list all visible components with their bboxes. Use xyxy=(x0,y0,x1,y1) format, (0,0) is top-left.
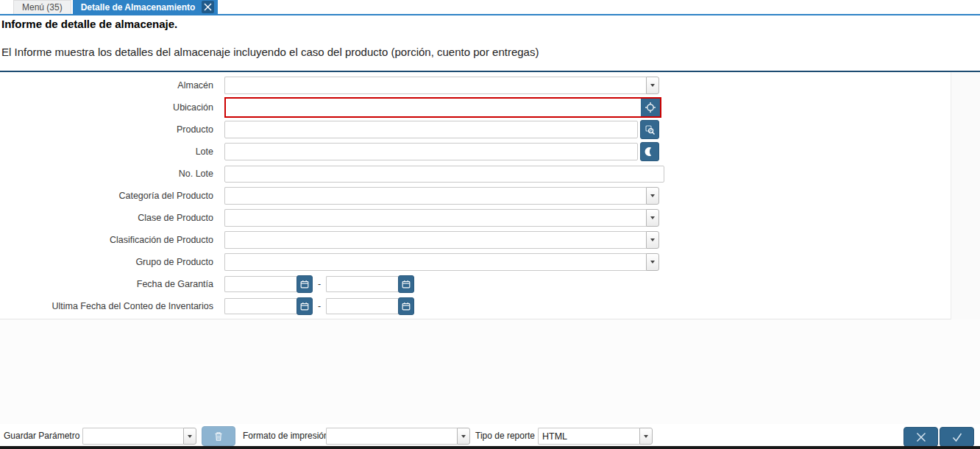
field-label: Ultima Fecha del Conteo de Inventarios xyxy=(0,301,213,311)
cancel-x-icon xyxy=(915,431,928,444)
ultima-fecha-conteo-from-input[interactable] xyxy=(224,298,297,314)
field-label: Producto xyxy=(0,124,213,135)
grupo-producto-dropdown-button[interactable] xyxy=(646,253,659,271)
ultima-fecha-conteo-to-input[interactable] xyxy=(326,298,399,314)
confirm-check-icon xyxy=(951,431,964,444)
close-icon xyxy=(204,3,212,11)
form-row-clasificacion-producto: Clasificación de Producto xyxy=(0,229,951,251)
calendar-icon xyxy=(299,301,310,311)
tab-bar: Menú (35) Detalle de Almacenamiento xyxy=(0,0,980,15)
lot-crescent-icon xyxy=(644,146,656,158)
chevron-down-icon xyxy=(188,435,192,438)
tab-menu[interactable]: Menú (35) xyxy=(13,0,71,14)
form-row-almacen: Almacén xyxy=(0,74,951,96)
form-row-grupo-producto: Grupo de Producto xyxy=(0,251,951,273)
save-parameter-combobox xyxy=(82,428,196,445)
locator-crosshair-icon xyxy=(645,102,656,113)
clase-producto-dropdown-button[interactable] xyxy=(646,209,659,227)
form-row-no-lote: No. Lote xyxy=(0,163,951,185)
clasificacion-producto-input[interactable] xyxy=(224,231,646,249)
print-format-input[interactable] xyxy=(326,428,457,445)
clasificacion-producto-combobox xyxy=(224,231,659,249)
parameter-panel: Almacén Ubicación xyxy=(0,72,951,319)
field-label: Lote xyxy=(0,146,213,157)
chevron-down-icon xyxy=(650,84,655,87)
almacen-dropdown-button[interactable] xyxy=(646,77,659,94)
no-lote-input[interactable] xyxy=(224,166,664,183)
tab-detalle-label: Detalle de Almacenamiento xyxy=(81,2,196,13)
save-parameter-input[interactable] xyxy=(82,428,183,445)
almacen-combobox xyxy=(224,77,659,94)
categoria-producto-combobox xyxy=(224,187,659,205)
panel-below-filler xyxy=(0,319,980,424)
field-label: Clase de Producto xyxy=(0,213,213,223)
form-row-ultima-fecha-conteo: Ultima Fecha del Conteo de Inventarios - xyxy=(0,295,951,317)
ultima-fecha-conteo-from-calendar-button[interactable] xyxy=(297,297,313,315)
fecha-garantia-to-calendar-button[interactable] xyxy=(398,275,414,293)
trash-icon xyxy=(213,431,224,442)
footer-bar: Guardar Parámetro Formato de impresión T xyxy=(0,424,980,446)
almacen-input[interactable] xyxy=(224,77,646,94)
lote-input[interactable] xyxy=(224,143,638,160)
ubicacion-input[interactable] xyxy=(226,99,641,116)
clase-producto-combobox xyxy=(224,209,659,227)
grupo-producto-combobox xyxy=(224,253,659,271)
form-row-ubicacion: Ubicación xyxy=(0,96,951,119)
form-row-producto: Producto xyxy=(0,119,951,141)
calendar-icon xyxy=(299,279,310,289)
form-row-categoria-producto: Categoría del Producto xyxy=(0,185,951,207)
ok-button[interactable] xyxy=(940,427,974,447)
field-label: Almacén xyxy=(0,80,213,91)
chevron-down-icon xyxy=(650,261,655,264)
field-label: No. Lote xyxy=(0,169,213,179)
calendar-icon xyxy=(401,301,411,311)
field-label: Grupo de Producto xyxy=(0,257,213,267)
producto-search-button[interactable] xyxy=(640,120,659,139)
print-format-combobox xyxy=(326,428,470,445)
chevron-down-icon xyxy=(650,238,655,241)
chevron-down-icon xyxy=(650,216,655,219)
form-row-clase-producto: Clase de Producto xyxy=(0,207,951,229)
fecha-garantia-to-input[interactable] xyxy=(326,276,399,292)
categoria-producto-input[interactable] xyxy=(224,187,646,205)
grupo-producto-input[interactable] xyxy=(224,253,646,271)
date-range-separator: - xyxy=(318,301,321,311)
bottom-border-strip xyxy=(0,446,980,449)
form-row-lote: Lote xyxy=(0,141,951,163)
field-label: Ubicación xyxy=(0,102,213,113)
print-format-label: Formato de impresión xyxy=(243,431,329,441)
report-type-dropdown-button[interactable] xyxy=(639,428,653,445)
ubicacion-locator-button[interactable] xyxy=(641,99,660,116)
save-parameter-dropdown-button[interactable] xyxy=(183,428,196,445)
fecha-garantia-from-input[interactable] xyxy=(224,276,297,292)
form-row-fecha-garantia: Fecha de Garantía - xyxy=(0,273,951,295)
ubicacion-required-field xyxy=(224,97,661,118)
report-parameter-window: Menú (35) Detalle de Almacenamiento Info… xyxy=(0,0,980,449)
lote-search-button[interactable] xyxy=(640,142,659,161)
field-label: Categoría del Producto xyxy=(0,191,213,201)
producto-input[interactable] xyxy=(224,121,638,138)
close-tab-button[interactable] xyxy=(202,1,214,13)
chevron-down-icon xyxy=(650,194,655,197)
report-type-value: HTML xyxy=(538,428,639,445)
print-format-dropdown-button[interactable] xyxy=(457,428,470,445)
calendar-icon xyxy=(401,279,411,289)
field-label: Clasificación de Producto xyxy=(0,235,213,245)
tab-detalle-almacenamiento[interactable]: Detalle de Almacenamiento xyxy=(73,0,219,14)
fecha-garantia-from-calendar-button[interactable] xyxy=(297,275,313,293)
ultima-fecha-conteo-to-calendar-button[interactable] xyxy=(398,297,414,315)
page-title: Informe de detalle de almacenaje. xyxy=(1,18,177,30)
clasificacion-producto-dropdown-button[interactable] xyxy=(646,231,659,249)
delete-parameter-button[interactable] xyxy=(202,426,235,446)
save-parameter-label: Guardar Parámetro xyxy=(4,431,79,441)
field-label: Fecha de Garantía xyxy=(0,279,213,289)
report-type-combobox[interactable]: HTML xyxy=(538,428,653,445)
cancel-button[interactable] xyxy=(903,427,938,447)
report-type-label: Tipo de reporte xyxy=(475,431,535,441)
chevron-down-icon xyxy=(644,435,648,438)
panel-right-filler xyxy=(951,72,980,319)
clase-producto-input[interactable] xyxy=(224,209,646,227)
categoria-producto-dropdown-button[interactable] xyxy=(646,187,659,205)
product-search-icon xyxy=(645,124,656,135)
page-description: El Informe muestra los detalles del alma… xyxy=(1,46,539,58)
